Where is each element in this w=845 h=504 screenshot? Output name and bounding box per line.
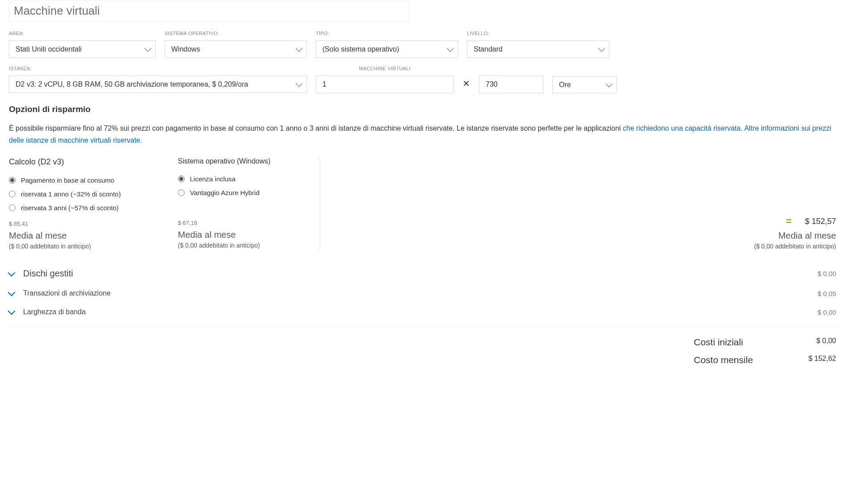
radio-license-included[interactable]	[178, 176, 185, 182]
equals-icon: =	[786, 216, 792, 227]
monthly-cost-value: $ 152,62	[809, 355, 836, 365]
os-select[interactable]: Windows	[165, 40, 307, 58]
os-label: SISTEMA OPERATIVO:	[165, 31, 307, 36]
title-bar: Macchine virtuali	[9, 0, 409, 22]
page-title: Macchine virtuali	[14, 4, 404, 18]
compute-price-sub: ($ 0,00 addebitato in anticipo)	[9, 243, 142, 250]
chevron-down-icon	[8, 308, 16, 315]
compute-title: Calcolo (D2 v3)	[9, 157, 142, 167]
chevron-down-icon	[8, 289, 16, 296]
upfront-cost-label: Costi iniziali	[694, 337, 743, 348]
radio-payg[interactable]	[9, 177, 16, 184]
compute-price-label: Media al mese	[9, 231, 142, 241]
radio-azure-hybrid[interactable]	[178, 189, 185, 196]
vm-count-label: MACCHINE VIRTUALI	[316, 66, 454, 71]
total-price-sub: ($ 0,00 addebitato in anticipo)	[754, 243, 836, 250]
multiply-icon: ✕	[463, 78, 470, 93]
monthly-cost-label: Costo mensile	[694, 355, 753, 365]
accordion-managed-disks[interactable]: Dischi gestiti $ 0,00	[9, 263, 836, 284]
chevron-down-icon	[8, 269, 16, 276]
type-select[interactable]: (Solo sistema operativo)	[316, 40, 458, 58]
compute-price: $ 85,41	[9, 220, 142, 227]
unit-select[interactable]: Ore	[552, 76, 617, 93]
os-price: $ 67,16	[178, 220, 302, 226]
total-price: $ 152,57	[805, 217, 836, 226]
accordion-bandwidth[interactable]: Larghezza di banda $ 0,00	[9, 303, 836, 327]
radio-reserved-3y[interactable]	[9, 204, 16, 211]
area-label: AREA:	[9, 31, 156, 36]
vm-count-input[interactable]	[316, 76, 454, 93]
tier-select[interactable]: Standard	[467, 40, 609, 58]
tier-label: LIVELLO:	[467, 31, 609, 36]
os-price-sub: ($ 0,00 addebitato in anticipo)	[178, 242, 302, 249]
type-label: TIPO:	[316, 31, 458, 36]
savings-link-capacity[interactable]: che richiedono una capacità riservata.	[623, 124, 743, 132]
accordion-storage-transactions[interactable]: Transazioni di archiviazione $ 0,05	[9, 284, 836, 303]
savings-heading: Opzioni di risparmio	[9, 104, 836, 114]
hours-input[interactable]	[479, 76, 543, 93]
upfront-cost-value: $ 0,00	[817, 337, 836, 348]
instance-select[interactable]: D2 v3: 2 vCPU, 8 GB RAM, 50 GB archiviaz…	[9, 76, 307, 93]
radio-reserved-1y[interactable]	[9, 191, 16, 197]
os-price-label: Media al mese	[178, 230, 302, 240]
instance-label: ISTANZA:	[9, 66, 307, 71]
area-select[interactable]: Stati Uniti occidentali	[9, 40, 156, 58]
os-section-title: Sistema operativo (Windows)	[178, 157, 302, 165]
savings-text: È possibile risparmiare fino al 72% sui …	[9, 122, 836, 146]
total-price-label: Media al mese	[778, 231, 836, 241]
